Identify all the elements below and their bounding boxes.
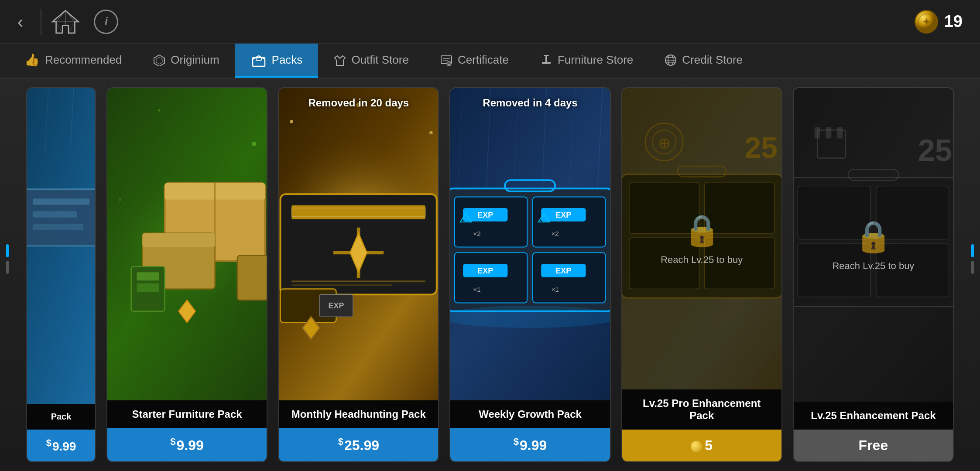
svg-text:×1: ×1: [473, 286, 481, 293]
svg-text:×2: ×2: [473, 230, 481, 237]
home-icon: [50, 9, 81, 35]
svg-text:EXP: EXP: [478, 211, 493, 219]
lv25-basic-price: Free: [794, 430, 953, 461]
svg-rect-48: [237, 256, 267, 300]
outfit-icon: [334, 54, 346, 66]
tab-outfit[interactable]: Outfit Store: [318, 44, 425, 78]
right-scroll-indicator: [971, 244, 974, 274]
tab-furniture[interactable]: Furniture Store: [524, 44, 649, 78]
lv25-pro-lock-text: Reach Lv.25 to buy: [661, 254, 743, 266]
currency-amount: 19: [944, 12, 963, 31]
svg-point-104: [450, 306, 610, 328]
svg-point-41: [119, 198, 121, 201]
tab-certificate[interactable]: ★ Certificate: [425, 44, 524, 78]
tab-credit[interactable]: Credit Store: [649, 44, 758, 78]
weekly-growth-card[interactable]: EXP EXP EXP EXP ×2 ×2 ×1 ×1: [449, 87, 610, 462]
lv25-pro-lock-overlay: 🔒 Reach Lv.25 to buy: [622, 88, 781, 389]
svg-text:EXP: EXP: [556, 266, 572, 275]
svg-rect-50: [137, 272, 159, 280]
svg-text:×2: ×2: [552, 230, 559, 237]
svg-rect-21: [542, 62, 551, 64]
tab-recommended[interactable]: 👍 Recommended: [9, 44, 137, 78]
svg-line-5: [56, 22, 63, 33]
tab-furniture-label: Furniture Store: [558, 53, 633, 67]
lock-icon: 🔒: [683, 212, 721, 248]
svg-text:EXP: EXP: [556, 211, 572, 219]
svg-point-39: [158, 109, 160, 112]
svg-text:EXP: EXP: [329, 301, 344, 310]
lv25-basic-price-value: Free: [859, 437, 888, 453]
partial-pack-card[interactable]: Pack $9.99: [26, 87, 96, 462]
svg-line-2: [65, 10, 75, 22]
tab-packs[interactable]: Packs: [235, 44, 319, 78]
svg-text:EXP: EXP: [478, 266, 493, 275]
tab-outfit-label: Outfit Store: [351, 53, 409, 67]
monthly-headhunting-price-value: 25.99: [344, 437, 379, 453]
starter-furniture-image: [107, 88, 267, 400]
lv25-pro-price-value: 5: [705, 437, 713, 453]
furniture-icon: [540, 54, 552, 66]
tab-credit-label: Credit Store: [682, 53, 743, 67]
lv25-pro-image: 25 ⊕ 🔒 Reach Lv.25 to buy: [622, 88, 781, 389]
dollar-sign: $: [46, 437, 51, 448]
svg-point-56: [290, 120, 293, 123]
lv25-pro-card[interactable]: 25 ⊕ 🔒 Reach Lv.25 to buy Lv.25 Pro Enha…: [621, 87, 782, 462]
lv25-basic-lock-text: Reach Lv.25 to buy: [832, 260, 914, 272]
tab-certificate-label: Certificate: [458, 53, 509, 67]
dollar-sign-2: $: [170, 436, 175, 447]
lock-icon-2: 🔒: [854, 218, 892, 254]
partial-card-image: [27, 88, 95, 404]
svg-rect-13: [256, 58, 261, 60]
svg-rect-35: [33, 224, 83, 230]
indicator-dot-active-2: [971, 244, 974, 257]
monthly-headhunting-image: EXP Removed in 20 days: [279, 88, 438, 400]
svg-marker-11: [156, 57, 162, 64]
starter-furniture-price-value: 9.99: [177, 437, 204, 453]
info-button[interactable]: i: [94, 10, 118, 34]
top-bar: ‹ i: [0, 0, 980, 44]
svg-rect-88: [455, 253, 527, 303]
divider: [41, 9, 41, 35]
tab-originium-label: Originium: [171, 53, 219, 67]
dollar-sign-3: $: [338, 436, 343, 447]
back-button[interactable]: ‹: [17, 13, 23, 31]
tab-originium[interactable]: Originium: [137, 44, 235, 78]
lv25-basic-image: 25 🔒 Reach Lv.25 to buy: [794, 88, 953, 402]
starter-furniture-price: $9.99: [107, 428, 267, 461]
starter-furniture-name: Starter Furniture Pack: [107, 400, 267, 428]
credit-icon: [665, 54, 677, 66]
back-arrow-icon: ‹: [17, 13, 23, 31]
partial-price-value: 9.99: [52, 440, 76, 453]
top-right: ✦ 19: [915, 10, 963, 34]
starter-furniture-card[interactable]: Starter Furniture Pack $9.99: [106, 87, 267, 462]
weekly-growth-price-value: 9.99: [520, 437, 547, 453]
svg-rect-89: [533, 253, 605, 303]
nav-tabs: 👍 Recommended Originium Packs Outfit Sto…: [0, 44, 980, 78]
svg-line-6: [69, 22, 75, 33]
svg-line-1: [56, 10, 65, 22]
coin-icon: [691, 441, 702, 452]
monthly-headhunting-card[interactable]: EXP Removed in 20 days Monthly Headhunti…: [278, 87, 439, 462]
recommended-icon: 👍: [24, 53, 40, 67]
dollar-sign-4: $: [514, 436, 519, 447]
weekly-growth-image: EXP EXP EXP EXP ×2 ×2 ×1 ×1: [450, 88, 610, 400]
packs-icon: [251, 52, 267, 68]
svg-rect-70: [291, 284, 392, 286]
svg-rect-33: [33, 198, 89, 205]
partial-card-name: Pack: [27, 404, 95, 430]
info-icon: i: [105, 15, 108, 28]
lv25-pro-name: Lv.25 Pro Enhancement Pack: [622, 389, 781, 430]
partial-card-bg-art: [27, 88, 95, 404]
svg-text:✦: ✦: [922, 17, 930, 27]
home-button[interactable]: [50, 9, 81, 35]
lv25-basic-name: Lv.25 Enhancement Pack: [794, 402, 953, 430]
svg-text:×1: ×1: [552, 286, 559, 293]
svg-rect-47: [142, 233, 215, 247]
lv25-pro-price: 5: [622, 430, 781, 461]
headhunting-bg: EXP: [279, 88, 438, 400]
weekly-removal-badge: Removed in 4 days: [450, 97, 610, 109]
lv25-basic-card[interactable]: 25 🔒 Reach Lv.25 to buy Lv.25 Enhancemen…: [793, 87, 954, 462]
store-content: Pack $9.99: [0, 78, 980, 471]
currency-icon: ✦: [915, 10, 938, 34]
indicator-dot-active: [6, 244, 9, 257]
